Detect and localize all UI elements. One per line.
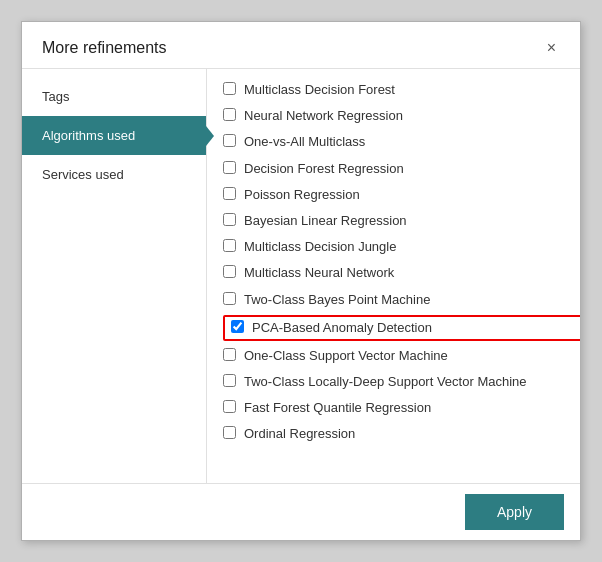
algorithms-list[interactable]: Multiclass Decision ForestNeural Network… (207, 69, 580, 483)
algorithm-item-poisson-regression[interactable]: Poisson Regression (223, 182, 580, 208)
label-pca-based-anomaly-detection: PCA-Based Anomaly Detection (252, 319, 432, 337)
algorithm-item-multiclass-decision-jungle[interactable]: Multiclass Decision Jungle (223, 234, 580, 260)
sidebar-item-algorithms-used[interactable]: Algorithms used (22, 116, 206, 155)
algorithm-item-two-class-locally-deep-support-vector-machine[interactable]: Two-Class Locally-Deep Support Vector Ma… (223, 369, 580, 395)
checkbox-one-class-support-vector-machine[interactable] (223, 348, 236, 361)
label-two-class-bayes-point-machine: Two-Class Bayes Point Machine (244, 291, 430, 309)
algorithm-item-ordinal-regression[interactable]: Ordinal Regression (223, 421, 580, 447)
more-refinements-dialog: More refinements × TagsAlgorithms usedSe… (21, 21, 581, 541)
label-multiclass-decision-jungle: Multiclass Decision Jungle (244, 238, 396, 256)
checkbox-two-class-locally-deep-support-vector-machine[interactable] (223, 374, 236, 387)
sidebar-item-tags[interactable]: Tags (22, 77, 206, 116)
label-ordinal-regression: Ordinal Regression (244, 425, 355, 443)
label-fast-forest-quantile-regression: Fast Forest Quantile Regression (244, 399, 431, 417)
checkbox-ordinal-regression[interactable] (223, 426, 236, 439)
checkbox-fast-forest-quantile-regression[interactable] (223, 400, 236, 413)
checkbox-multiclass-decision-forest[interactable] (223, 82, 236, 95)
label-one-class-support-vector-machine: One-Class Support Vector Machine (244, 347, 448, 365)
dialog-footer: Apply (22, 483, 580, 540)
checkbox-one-vs-all-multiclass[interactable] (223, 134, 236, 147)
content-area: Multiclass Decision ForestNeural Network… (207, 69, 580, 483)
algorithm-item-neural-network-regression[interactable]: Neural Network Regression (223, 103, 580, 129)
checkbox-pca-based-anomaly-detection[interactable] (231, 320, 244, 333)
algorithm-item-decision-forest-regression[interactable]: Decision Forest Regression (223, 156, 580, 182)
label-one-vs-all-multiclass: One-vs-All Multiclass (244, 133, 365, 151)
apply-button[interactable]: Apply (465, 494, 564, 530)
algorithm-item-pca-based-anomaly-detection[interactable]: PCA-Based Anomaly Detection (223, 315, 580, 341)
label-multiclass-neural-network: Multiclass Neural Network (244, 264, 394, 282)
algorithm-item-two-class-bayes-point-machine[interactable]: Two-Class Bayes Point Machine (223, 287, 580, 313)
algorithm-item-one-vs-all-multiclass[interactable]: One-vs-All Multiclass (223, 129, 580, 155)
checkbox-two-class-bayes-point-machine[interactable] (223, 292, 236, 305)
algorithm-item-multiclass-decision-forest[interactable]: Multiclass Decision Forest (223, 77, 580, 103)
checkbox-decision-forest-regression[interactable] (223, 161, 236, 174)
close-button[interactable]: × (543, 38, 560, 58)
sidebar-item-services-used[interactable]: Services used (22, 155, 206, 194)
algorithm-item-bayesian-linear-regression[interactable]: Bayesian Linear Regression (223, 208, 580, 234)
label-multiclass-decision-forest: Multiclass Decision Forest (244, 81, 395, 99)
checkbox-multiclass-decision-jungle[interactable] (223, 239, 236, 252)
algorithm-item-one-class-support-vector-machine[interactable]: One-Class Support Vector Machine (223, 343, 580, 369)
algorithm-item-fast-forest-quantile-regression[interactable]: Fast Forest Quantile Regression (223, 395, 580, 421)
label-bayesian-linear-regression: Bayesian Linear Regression (244, 212, 407, 230)
dialog-title: More refinements (42, 39, 167, 57)
checkbox-bayesian-linear-regression[interactable] (223, 213, 236, 226)
label-two-class-locally-deep-support-vector-machine: Two-Class Locally-Deep Support Vector Ma… (244, 373, 527, 391)
checkbox-neural-network-regression[interactable] (223, 108, 236, 121)
checkbox-poisson-regression[interactable] (223, 187, 236, 200)
label-decision-forest-regression: Decision Forest Regression (244, 160, 404, 178)
label-neural-network-regression: Neural Network Regression (244, 107, 403, 125)
checkbox-multiclass-neural-network[interactable] (223, 265, 236, 278)
sidebar: TagsAlgorithms usedServices used (22, 69, 207, 483)
algorithm-item-multiclass-neural-network[interactable]: Multiclass Neural Network (223, 260, 580, 286)
dialog-header: More refinements × (22, 22, 580, 69)
label-poisson-regression: Poisson Regression (244, 186, 360, 204)
dialog-body: TagsAlgorithms usedServices used Multicl… (22, 69, 580, 483)
